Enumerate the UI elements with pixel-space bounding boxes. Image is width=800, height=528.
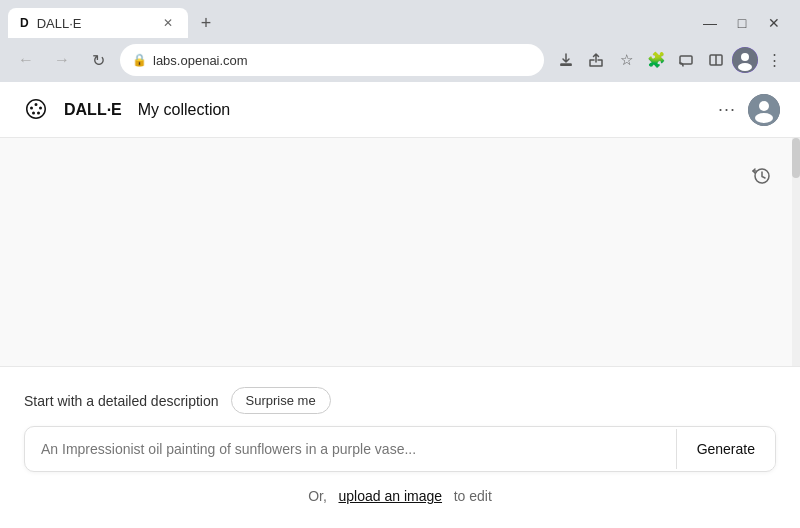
- reload-button[interactable]: ↻: [84, 46, 112, 74]
- more-options-button[interactable]: ···: [718, 99, 736, 120]
- openai-logo: [20, 94, 52, 126]
- star-icon[interactable]: ☆: [612, 46, 640, 74]
- history-button[interactable]: [744, 158, 780, 194]
- svg-rect-0: [560, 64, 572, 66]
- address-input[interactable]: 🔒 labs.openai.com: [120, 44, 544, 76]
- forward-button[interactable]: →: [48, 46, 76, 74]
- app-content: DALL·E My collection ··· Start with a de…: [0, 82, 800, 528]
- window-controls: — □ ✕: [696, 9, 792, 37]
- cast-icon[interactable]: [672, 46, 700, 74]
- header-actions: ···: [718, 94, 780, 126]
- tab-title: DALL·E: [37, 16, 152, 31]
- tab-close-button[interactable]: ✕: [160, 15, 176, 31]
- back-button[interactable]: ←: [12, 46, 40, 74]
- extensions-icon[interactable]: 🧩: [642, 46, 670, 74]
- minimize-button[interactable]: —: [696, 9, 724, 37]
- prompt-input[interactable]: [25, 427, 676, 471]
- app-header: DALL·E My collection ···: [0, 82, 800, 138]
- user-avatar[interactable]: [748, 94, 780, 126]
- prompt-hint-text: Start with a detailed description: [24, 393, 219, 409]
- maximize-button[interactable]: □: [728, 9, 756, 37]
- browser-profile-avatar[interactable]: [732, 47, 758, 73]
- toolbar-right: ☆ 🧩 ⋮: [552, 46, 788, 74]
- upload-prefix: Or,: [308, 488, 327, 504]
- share-icon[interactable]: [582, 46, 610, 74]
- address-bar: ← → ↻ 🔒 labs.openai.com ☆ 🧩 ⋮: [0, 38, 800, 82]
- browser-tab[interactable]: D DALL·E ✕: [8, 8, 188, 38]
- surprise-me-button[interactable]: Surprise me: [231, 387, 331, 414]
- collection-title: My collection: [138, 101, 230, 119]
- tab-bar: D DALL·E ✕ + — □ ✕: [0, 0, 800, 38]
- prompt-hint-row: Start with a detailed description Surpri…: [24, 387, 776, 414]
- svg-point-9: [755, 113, 773, 123]
- svg-point-5: [741, 53, 749, 61]
- generate-button[interactable]: Generate: [676, 429, 775, 469]
- scrollbar-track[interactable]: [792, 138, 800, 366]
- prompt-input-row: Generate: [24, 426, 776, 472]
- upload-link[interactable]: upload an image: [339, 488, 443, 504]
- main-area: [0, 138, 800, 366]
- scrollbar-thumb[interactable]: [792, 138, 800, 178]
- bottom-section: Start with a detailed description Surpri…: [0, 366, 800, 528]
- svg-point-8: [759, 101, 769, 111]
- upload-text: Or, upload an image to edit: [24, 488, 776, 504]
- url-text: labs.openai.com: [153, 53, 532, 68]
- tab-favicon: D: [20, 16, 29, 30]
- app-name: DALL·E: [64, 101, 122, 119]
- lock-icon: 🔒: [132, 53, 147, 67]
- browser-chrome: D DALL·E ✕ + — □ ✕ ← → ↻ 🔒 labs.openai.c…: [0, 0, 800, 82]
- download-icon[interactable]: [552, 46, 580, 74]
- new-tab-button[interactable]: +: [192, 9, 220, 37]
- browser-menu-icon[interactable]: ⋮: [760, 46, 788, 74]
- split-screen-icon[interactable]: [702, 46, 730, 74]
- svg-point-6: [738, 63, 752, 71]
- upload-suffix: to edit: [454, 488, 492, 504]
- close-button[interactable]: ✕: [760, 9, 788, 37]
